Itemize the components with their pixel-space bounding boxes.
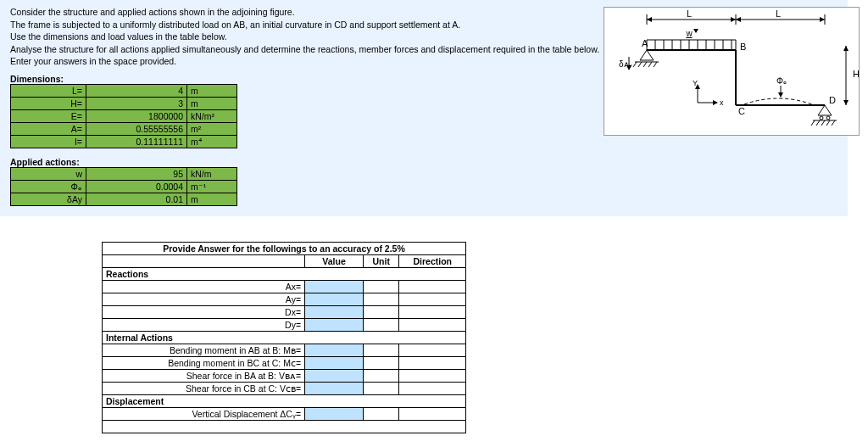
- svg-marker-32: [693, 29, 698, 33]
- dimensions-table: L=4m H=3m E=1800000kN/m² A=0.55555556m² …: [10, 84, 237, 148]
- answers-block: Provide Answer for the followings to an …: [102, 242, 466, 433]
- input-ax[interactable]: [305, 280, 364, 293]
- svg-marker-8: [820, 17, 825, 22]
- svg-text:L: L: [687, 8, 692, 19]
- svg-line-59: [811, 120, 815, 126]
- svg-text:A: A: [642, 38, 648, 48]
- input-dcy[interactable]: [305, 407, 364, 420]
- svg-marker-7: [736, 17, 741, 22]
- svg-line-63: [832, 120, 835, 126]
- svg-marker-12: [843, 46, 849, 51]
- svg-marker-5: [647, 17, 652, 22]
- page: Consider the structure and applied actio…: [0, 0, 868, 447]
- svg-marker-13: [843, 100, 849, 105]
- svg-text:L: L: [776, 8, 781, 19]
- applied-actions-heading: Applied actions:: [10, 157, 80, 167]
- svg-text:C: C: [738, 106, 745, 116]
- svg-text:B: B: [740, 42, 746, 52]
- diagram-svg: L L H w A δᴀᵧ B: [604, 8, 859, 135]
- svg-text:x: x: [720, 98, 724, 107]
- input-vcb[interactable]: [305, 382, 364, 394]
- input-mb[interactable]: [305, 344, 364, 356]
- dimensions-heading: Dimensions:: [10, 74, 64, 84]
- input-mc[interactable]: [305, 356, 364, 369]
- answers-table: Provide Answer for the followings to an …: [102, 242, 466, 433]
- svg-line-62: [826, 120, 830, 126]
- svg-point-56: [820, 116, 823, 120]
- svg-marker-6: [731, 17, 736, 22]
- svg-line-36: [638, 62, 642, 67]
- svg-text:Y: Y: [693, 79, 698, 87]
- input-dx[interactable]: [305, 305, 364, 318]
- structure-diagram: L L H w A δᴀᵧ B: [604, 7, 860, 136]
- svg-line-37: [643, 62, 647, 67]
- input-vba[interactable]: [305, 369, 364, 382]
- svg-line-39: [654, 62, 657, 67]
- svg-point-57: [826, 116, 830, 120]
- svg-text:H: H: [853, 69, 859, 79]
- svg-marker-55: [818, 105, 832, 115]
- svg-text:Φₒ: Φₒ: [776, 76, 787, 86]
- svg-text:D: D: [829, 95, 836, 105]
- svg-line-35: [633, 62, 637, 67]
- svg-line-38: [648, 62, 652, 67]
- svg-text:w: w: [685, 29, 693, 38]
- svg-marker-54: [778, 92, 783, 98]
- svg-marker-46: [713, 100, 718, 105]
- input-dy[interactable]: [305, 318, 364, 331]
- svg-line-61: [821, 120, 825, 126]
- svg-line-60: [816, 120, 820, 126]
- answers-title: Provide Answer for the followings to an …: [103, 242, 466, 254]
- applied-actions-table: w95kN/m Φₒ0.0004m⁻¹ δAy0.01m: [10, 167, 237, 206]
- input-ay[interactable]: [305, 293, 364, 305]
- svg-marker-33: [640, 50, 654, 60]
